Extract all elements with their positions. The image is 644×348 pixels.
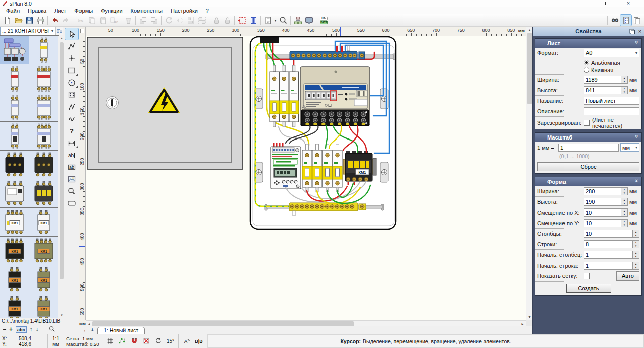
library-category-select[interactable]: ... 21 КОНТАКТОРЫ ▾ [0,27,55,35]
door-lock[interactable] [106,97,119,109]
grid-icon[interactable] [106,337,114,346]
wire-nodes-icon[interactable] [118,337,126,346]
form-rows-input[interactable] [584,240,633,248]
format-select[interactable]: A0▾ [584,49,639,57]
library-item-5[interactable] [0,93,29,122]
update-icon[interactable]: UP-DATE [318,15,329,26]
timer-relay[interactable] [271,143,301,189]
dock-panel-icon[interactable] [628,28,636,35]
form-start-row-input[interactable] [584,262,633,270]
component-tool[interactable] [65,89,78,100]
form-offset-x-input[interactable] [584,208,621,217]
search-icon[interactable] [609,15,620,26]
show-grid-checkbox[interactable] [584,273,590,279]
close-panel-icon[interactable]: × [636,28,644,35]
sheet-preview-icon[interactable] [262,15,273,26]
vertical-scrollbar[interactable]: ▴ ▾ [526,27,532,320]
auto-rotate-label-icon[interactable]: A [183,337,191,346]
sheet-name-input[interactable] [584,97,639,105]
energy-meter[interactable] [300,67,370,126]
sheet-height-input[interactable] [584,86,621,94]
zoom-tool[interactable] [65,185,78,197]
library-item-9[interactable] [0,151,29,179]
text-filter-button[interactable]: abc [16,326,27,333]
sheet-width-spinner[interactable]: ▴▾ [621,76,628,84]
menu-item-4[interactable]: Формы [70,7,97,14]
auto-button[interactable]: Авто [616,271,639,281]
select-tool[interactable] [65,28,78,40]
library-item-11[interactable] [0,179,29,208]
sheet-description-input[interactable] [584,107,639,115]
library-item-16[interactable]: КМ1 [29,237,58,265]
freehand-tool[interactable] [65,113,78,124]
form-columns-spinner[interactable]: ▴▾ [633,230,639,238]
node-tool[interactable] [65,52,78,64]
circle-tool[interactable] [65,77,78,88]
zones-icon[interactable] [248,15,259,26]
library-item-3[interactable] [0,64,29,93]
sheet-tab[interactable]: 1: Новый лист [97,327,145,334]
maximize-icon[interactable] [601,0,614,7]
reset-scale-button[interactable]: Сброс [537,162,639,171]
polyline-tool[interactable] [65,40,78,52]
form-start-column-spinner[interactable]: ▴▾ [633,251,639,259]
move-down-icon[interactable]: ↓ [36,326,39,333]
library-item-10[interactable] [29,151,58,179]
library-item-6[interactable] [29,93,58,122]
sheet-width-input[interactable] [584,76,621,84]
scrollbar-thumb[interactable] [527,33,532,104]
collapse-icon[interactable]: » [634,179,640,182]
menu-item-6[interactable]: Компоненты [127,7,167,14]
query-tool[interactable]: ? [65,125,78,136]
menu-item-3[interactable]: Лист [50,7,70,14]
minimize-icon[interactable]: – [580,0,593,7]
library-item-13[interactable]: КМ1 [0,208,29,237]
form-offset-y-spinner[interactable]: ▴▾ [621,219,628,227]
form-height-spinner[interactable]: ▴▾ [621,198,628,206]
library-item-1[interactable] [0,36,29,64]
rectangle-tool[interactable] [65,64,78,76]
sheet-height-spinner[interactable]: ▴▾ [621,86,628,94]
close-icon[interactable]: × [622,0,635,7]
form-width-input[interactable] [584,187,621,195]
element-list-icon[interactable] [620,15,631,26]
library-tree-icon[interactable] [55,27,63,35]
library-item-2[interactable] [29,36,58,64]
form-start-column-input[interactable] [584,251,633,259]
cabinet-door[interactable] [87,37,243,169]
presentation-icon[interactable] [303,15,314,26]
breaker-row[interactable] [302,144,342,192]
reserved-checkbox[interactable] [584,120,590,126]
library-scrollbar[interactable]: ▴ ▾ [59,35,64,318]
form-tool[interactable] [65,197,78,209]
scale-value-input[interactable] [558,144,619,152]
form-height-input[interactable] [584,198,621,206]
create-form-button[interactable]: Создать [566,284,611,293]
open-file-icon[interactable] [13,15,24,26]
library-item-15[interactable]: КМ1 [0,237,29,265]
form-rows-spinner[interactable]: ▴▾ [633,240,639,248]
menu-item-1[interactable]: Файл [2,7,24,14]
remove-library-icon[interactable]: − [3,326,6,333]
links-icon[interactable] [292,15,303,26]
add-library-icon[interactable]: + [9,326,13,333]
form-columns-input[interactable] [584,230,633,238]
menu-item-8[interactable]: ? [202,7,213,14]
menu-item-5[interactable]: Функции [97,7,126,14]
library-item-18[interactable]: КМ1 [29,265,58,294]
magnet-icon[interactable] [130,337,138,346]
undo-icon[interactable] [49,15,60,26]
new-sheet-icon[interactable] [2,15,13,26]
menu-item-2[interactable]: Правка [24,7,50,14]
image-tool[interactable] [65,173,78,185]
mounting-cabinet[interactable]: КМ1 [250,36,396,229]
main-breaker[interactable] [270,65,299,127]
move-up-icon[interactable]: ↑ [30,326,33,333]
zoom-icon[interactable] [278,15,289,26]
library-item-17[interactable]: КМ1 [0,265,29,294]
selection-frame-icon[interactable] [236,15,248,26]
library-item-7[interactable] [0,122,29,151]
collapse-icon[interactable]: » [634,41,640,44]
orientation-portrait-radio[interactable]: Книжная [584,67,620,73]
clipboard-content-icon[interactable] [631,15,642,26]
